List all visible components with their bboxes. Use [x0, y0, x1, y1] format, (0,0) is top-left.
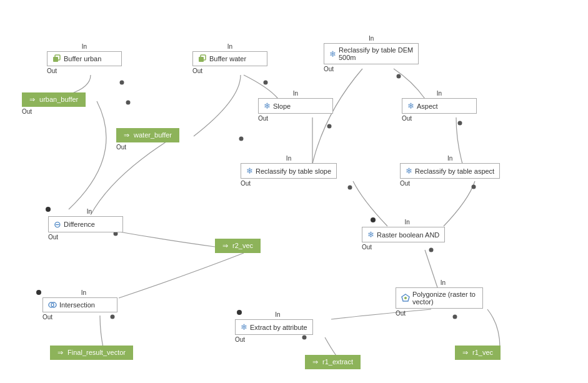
reclassify-dem-in-label: In: [324, 35, 419, 42]
polygonize-in-label: In: [403, 279, 483, 286]
raster-boolean-out-label: Out: [362, 244, 445, 251]
r1-extract-label: ⇒ r1_extract: [305, 355, 361, 369]
aspect-in-label: In: [402, 90, 477, 97]
intersection-in-label: In: [50, 289, 117, 296]
svg-point-23: [404, 297, 407, 299]
polygonize-icon: [401, 294, 410, 302]
raster-boolean-in-label: In: [369, 219, 445, 226]
final-result-label: ⇒ Final_result_vector: [50, 346, 133, 360]
svg-rect-20: [199, 57, 204, 62]
workflow-canvas: In Buffer urban Out In Buffer water Out …: [0, 0, 588, 383]
svg-point-0: [120, 81, 124, 85]
svg-point-2: [397, 74, 401, 79]
reclassify-dem-out-label: Out: [324, 66, 419, 72]
buffer-water-box[interactable]: Buffer water: [192, 51, 267, 66]
difference-label: Difference: [64, 221, 95, 228]
buffer-water-node[interactable]: In Buffer water Out: [192, 43, 267, 74]
svg-point-1: [264, 81, 268, 85]
arrow-icon5: ⇒: [312, 358, 318, 366]
reclassify-aspect-box[interactable]: ❄ Reclassify by table aspect: [400, 163, 500, 179]
raster-boolean-node[interactable]: In ❄ Raster boolean AND Out: [362, 219, 445, 251]
reclassify-aspect-in-label: In: [400, 155, 500, 162]
arrow-icon6: ⇒: [462, 349, 468, 356]
slope-box[interactable]: ❄ Slope: [258, 98, 333, 114]
r1-extract-output-node[interactable]: ⇒ r1_extract: [305, 355, 361, 369]
intersection-out-label: Out: [42, 314, 117, 321]
buffer-water-out-label: Out: [192, 67, 267, 74]
polygonize-out-label: Out: [396, 310, 483, 317]
intersection-icon: [48, 301, 57, 309]
extract-attribute-node[interactable]: In ❄ Extract by attribute Out: [235, 311, 313, 343]
reclassify-aspect-node[interactable]: In ❄ Reclassify by table aspect Out: [400, 155, 500, 187]
extract-attribute-in-label: In: [242, 311, 313, 318]
reclassify-dem-label: Reclassify by table DEM500m: [339, 46, 413, 61]
reclassify-slope-in-label: In: [241, 155, 337, 162]
polygonize-label: Polygonize (raster tovector): [412, 291, 476, 306]
reclassify-slope-box[interactable]: ❄ Reclassify by table slope: [241, 163, 337, 179]
polygonize-node[interactable]: In Polygonize (raster tovector) Out: [396, 279, 483, 317]
r1-vec-output-node[interactable]: ⇒ r1_vec: [455, 346, 501, 360]
arrow-icon4: ⇒: [57, 349, 63, 356]
reclassify-aspect-out-label: Out: [400, 180, 500, 187]
intersection-box[interactable]: Intersection: [42, 297, 117, 312]
reclassify-dem-box[interactable]: ❄ Reclassify by table DEM500m: [324, 43, 419, 64]
r2-vec-label: ⇒ r2_vec: [215, 239, 261, 253]
raster-boolean-snowflake-icon: ❄: [367, 230, 374, 239]
slope-snowflake-icon: ❄: [264, 101, 271, 111]
difference-box[interactable]: ⊖ Difference: [48, 216, 123, 232]
buffer-water-label: Buffer water: [209, 55, 246, 62]
difference-out-label: Out: [48, 234, 123, 241]
difference-node[interactable]: In ⊖ Difference Out: [48, 208, 123, 241]
reclassify-slope-node[interactable]: In ❄ Reclassify by table slope Out: [241, 155, 337, 187]
r2-vec-output-node[interactable]: ⇒ r2_vec: [215, 239, 261, 253]
svg-point-7: [348, 186, 352, 190]
slope-node[interactable]: In ❄ Slope Out: [258, 90, 333, 122]
aspect-label: Aspect: [417, 102, 438, 110]
buffer-urban-in-label: In: [47, 43, 122, 50]
r1-vec-label: ⇒ r1_vec: [455, 346, 501, 360]
arrow-icon: ⇒: [29, 96, 35, 103]
slope-in-label: In: [258, 90, 333, 97]
arrow-icon2: ⇒: [124, 131, 129, 139]
water-buffer-label: ⇒ water_buffer: [116, 128, 179, 142]
water-buffer-output-node[interactable]: ⇒ water_buffer Out: [116, 128, 179, 151]
svg-point-4: [239, 137, 244, 141]
svg-point-16: [36, 290, 41, 295]
svg-rect-18: [53, 57, 58, 62]
buffer-water-icon: [198, 54, 207, 63]
extract-attribute-box[interactable]: ❄ Extract by attribute: [235, 319, 313, 335]
extract-attribute-label: Extract by attribute: [250, 324, 307, 331]
arrow-icon3: ⇒: [222, 242, 228, 249]
snowflake-icon: ❄: [329, 49, 336, 59]
aspect-box[interactable]: ❄ Aspect: [402, 98, 477, 114]
svg-point-5: [327, 124, 332, 129]
water-buffer-out-label: Out: [116, 144, 179, 151]
urban-buffer-label: ⇒ urban_buffer: [22, 92, 86, 107]
polygonize-box[interactable]: Polygonize (raster tovector): [396, 287, 483, 309]
reclassify-slope-snowflake-icon: ❄: [246, 166, 253, 176]
aspect-out-label: Out: [402, 115, 477, 122]
reclassify-slope-label: Reclassify by table slope: [256, 167, 331, 175]
urban-buffer-output-node[interactable]: ⇒ urban_buffer Out: [22, 92, 86, 115]
buffer-urban-out-label: Out: [47, 67, 122, 74]
buffer-urban-node[interactable]: In Buffer urban Out: [47, 43, 122, 74]
intersection-node[interactable]: In Intersection Out: [42, 289, 117, 321]
slope-out-label: Out: [258, 115, 333, 122]
buffer-urban-box[interactable]: Buffer urban: [47, 51, 122, 66]
reclassify-aspect-label: Reclassify by table aspect: [415, 167, 494, 175]
buffer-icon: [52, 54, 61, 63]
raster-boolean-box[interactable]: ❄ Raster boolean AND: [362, 227, 445, 242]
svg-point-3: [126, 101, 131, 105]
buffer-urban-label: Buffer urban: [64, 55, 101, 62]
reclassify-dem-node[interactable]: In ❄ Reclassify by table DEM500m Out: [324, 35, 419, 72]
difference-icon: ⊖: [54, 219, 61, 229]
aspect-node[interactable]: In ❄ Aspect Out: [402, 90, 477, 122]
final-result-output-node[interactable]: ⇒ Final_result_vector: [50, 346, 133, 360]
buffer-water-in-label: In: [192, 43, 267, 50]
reclassify-aspect-snowflake-icon: ❄: [406, 166, 412, 176]
extract-snowflake-icon: ❄: [241, 322, 247, 332]
extract-attribute-out-label: Out: [235, 336, 313, 343]
urban-buffer-out-label: Out: [22, 108, 86, 115]
slope-label: Slope: [273, 102, 291, 110]
reclassify-slope-out-label: Out: [241, 180, 337, 187]
